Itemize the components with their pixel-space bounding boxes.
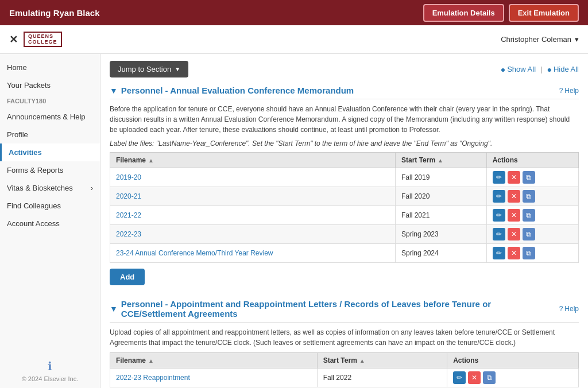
filename-cell: 2022-23 Reappointment xyxy=(110,368,318,387)
layout: Home Your Packets Faculty180 Announcemen… xyxy=(0,54,588,388)
section1-add-button[interactable]: Add xyxy=(110,269,145,285)
section1-description: Before the application for tenure or CCE… xyxy=(110,104,579,135)
help-icon: ? xyxy=(559,87,563,95)
actions-cell: ✏ ✕ ⧉ xyxy=(493,228,572,240)
table-row: 2021-22 Fall 2021 ✏ ✕ ⧉ xyxy=(110,206,579,225)
startterm-cell: Fall 2021 xyxy=(395,206,486,225)
copy-button[interactable]: ⧉ xyxy=(523,209,535,222)
section-appointment-letters: ▼ Personnel - Appointment and Reappointm… xyxy=(110,299,579,388)
user-name: Christopher Coleman xyxy=(501,35,571,44)
jump-to-section-button[interactable]: Jump to Section ▼ xyxy=(110,61,188,77)
show-all-circle-icon: ● xyxy=(501,65,505,74)
collapse-icon[interactable]: ▼ xyxy=(110,86,118,95)
copy-button[interactable]: ⧉ xyxy=(523,171,535,184)
edit-button[interactable]: ✏ xyxy=(493,171,505,184)
sidebar-item-find-colleagues[interactable]: Find Colleagues xyxy=(0,197,100,215)
section2-title[interactable]: Personnel - Appointment and Reappointmen… xyxy=(121,299,556,319)
filename-cell: 2020-21 xyxy=(110,187,396,206)
sidebar-item-forms-reports[interactable]: Forms & Reports xyxy=(0,161,100,179)
col-actions-2: Actions xyxy=(447,353,579,368)
top-bar: Emulating Ryan Black Emulation Details E… xyxy=(0,0,588,25)
file-link[interactable]: 2020-21 xyxy=(116,192,141,200)
main-content: Jump to Section ▼ ● Show All | ● Hide Al… xyxy=(100,54,588,388)
sort-arrow-startterm-1: ▲ xyxy=(438,157,443,164)
hide-all-link[interactable]: ● Hide All xyxy=(547,65,579,74)
sidebar-item-vitas[interactable]: Vitas & Biosketches › xyxy=(0,179,100,197)
user-menu[interactable]: Christopher Coleman ▾ xyxy=(501,35,579,44)
copy-button[interactable]: ⧉ xyxy=(523,228,535,240)
sidebar-item-announcements[interactable]: Announcements & Help xyxy=(0,108,100,126)
col-filename-2[interactable]: Filename ▲ xyxy=(110,353,318,368)
section2-header: ▼ Personnel - Appointment and Reappointm… xyxy=(110,299,579,323)
edit-button[interactable]: ✏ xyxy=(493,209,505,222)
collapse-icon-2[interactable]: ▼ xyxy=(110,304,118,313)
header-left: ✕ QUEENS COLLEGE xyxy=(9,32,62,48)
copyright-label: © 2024 Elsevier Inc. xyxy=(22,375,79,382)
filename-cell: 2019-20 xyxy=(110,168,396,187)
faculty180-label: Faculty180 xyxy=(0,94,100,108)
startterm-cell: Spring 2024 xyxy=(395,244,486,263)
copy-button[interactable]: ⧉ xyxy=(483,371,496,384)
delete-button[interactable]: ✕ xyxy=(508,190,520,203)
hide-all-circle-icon: ● xyxy=(547,65,551,74)
actions-td: ✏ ✕ ⧉ xyxy=(486,225,578,244)
exit-emulation-button[interactable]: Exit Emulation xyxy=(509,4,579,22)
sidebar-item-account-access[interactable]: Account Access xyxy=(0,215,100,232)
sort-arrow-filename-2: ▲ xyxy=(148,358,154,364)
col-filename-1[interactable]: Filename ▲ xyxy=(110,153,396,168)
header: ✕ QUEENS COLLEGE Christopher Coleman ▾ xyxy=(0,25,588,54)
delete-button[interactable]: ✕ xyxy=(508,209,520,222)
emulating-label: Emulating Ryan Black xyxy=(9,8,100,18)
section1-header: ▼ Personnel - Annual Evaluation Conferen… xyxy=(110,86,579,99)
sort-arrow-filename-1: ▲ xyxy=(148,157,154,164)
section1-title[interactable]: Personnel - Annual Evaluation Conference… xyxy=(121,86,354,95)
edit-button[interactable]: ✏ xyxy=(493,247,505,259)
pipe-divider: | xyxy=(540,65,542,73)
sidebar-item-activities[interactable]: Activities xyxy=(0,143,100,161)
top-bar-buttons: Emulation Details Exit Emulation xyxy=(423,4,579,22)
edit-button[interactable]: ✏ xyxy=(493,190,505,203)
section1-help[interactable]: ? Help xyxy=(559,87,579,95)
actions-cell: ✏ ✕ ⧉ xyxy=(493,190,572,203)
col-startterm-2[interactable]: Start Term ▲ xyxy=(317,353,447,368)
actions-td: ✏ ✕ ⧉ xyxy=(486,187,578,206)
copy-button[interactable]: ⧉ xyxy=(523,247,535,259)
info-icon: ℹ xyxy=(48,359,52,373)
actions-td: ✏ ✕ ⧉ xyxy=(486,168,578,187)
file-link[interactable]: 2022-23 Reappointment xyxy=(116,374,190,382)
section2-help[interactable]: ? Help xyxy=(559,305,579,313)
filename-cell: 2022-23 xyxy=(110,225,396,244)
controls-bar: Jump to Section ▼ ● Show All | ● Hide Al… xyxy=(110,61,579,77)
file-link[interactable]: 2019-20 xyxy=(116,173,141,181)
sidebar-item-profile[interactable]: Profile xyxy=(0,126,100,143)
emulation-details-button[interactable]: Emulation Details xyxy=(423,4,504,22)
file-link[interactable]: 2021-22 xyxy=(116,211,141,219)
filename-cell: 23-24 Annual Conference Memo/Third Year … xyxy=(110,244,396,263)
sidebar-footer: ℹ © 2024 Elsevier Inc. xyxy=(0,354,100,388)
sidebar-item-home[interactable]: Home xyxy=(0,59,100,76)
edit-button[interactable]: ✏ xyxy=(493,228,505,240)
sidebar-item-your-packets[interactable]: Your Packets xyxy=(0,76,100,94)
help-icon-2: ? xyxy=(559,305,563,313)
table-row: 2022-23 Spring 2023 ✏ ✕ ⧉ xyxy=(110,225,579,244)
col-actions-1: Actions xyxy=(486,153,578,168)
delete-button[interactable]: ✕ xyxy=(508,247,520,259)
logo: QUEENS COLLEGE xyxy=(24,32,62,48)
show-all-link[interactable]: ● Show All xyxy=(501,65,536,74)
close-icon[interactable]: ✕ xyxy=(9,33,18,46)
file-link[interactable]: 2022-23 xyxy=(116,230,141,238)
copy-button[interactable]: ⧉ xyxy=(523,190,535,203)
chevron-down-icon: ▼ xyxy=(175,66,180,72)
delete-button[interactable]: ✕ xyxy=(508,228,520,240)
delete-button[interactable]: ✕ xyxy=(468,371,481,384)
section2-table: Filename ▲ Start Term ▲ Actions xyxy=(110,352,579,387)
delete-button[interactable]: ✕ xyxy=(508,171,520,184)
edit-button[interactable]: ✏ xyxy=(453,371,466,384)
file-link[interactable]: 23-24 Annual Conference Memo/Third Year … xyxy=(116,249,273,257)
queens-logo: QUEENS COLLEGE xyxy=(24,32,62,48)
col-startterm-1[interactable]: Start Term ▲ xyxy=(395,153,486,168)
sort-arrow-startterm-2: ▲ xyxy=(359,358,365,364)
actions-td: ✏ ✕ ⧉ xyxy=(486,206,578,225)
table-row: 2020-21 Fall 2020 ✏ ✕ ⧉ xyxy=(110,187,579,206)
section1-label-instruction: Label the files: "LastName-Year_Conferen… xyxy=(110,139,579,148)
